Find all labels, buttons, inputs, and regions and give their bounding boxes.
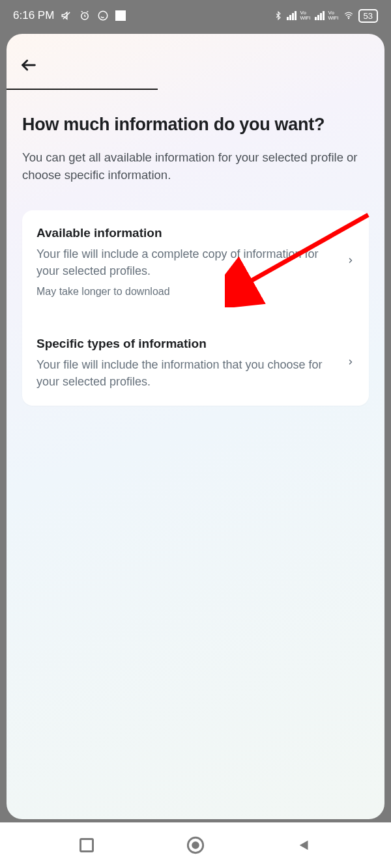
square-icon — [80, 838, 94, 852]
mute-icon — [61, 10, 72, 21]
nav-back-button[interactable] — [285, 826, 324, 865]
option-specific-types[interactable]: Specific types of information Your file … — [22, 321, 369, 406]
option-description: Your file will include the information t… — [36, 356, 338, 390]
svg-point-2 — [99, 11, 108, 20]
option-title: Specific types of information — [36, 337, 338, 351]
app-screen: How much information do you want? You ca… — [7, 34, 384, 819]
option-description: Your file will include a complete copy o… — [36, 245, 338, 279]
bluetooth-icon — [274, 10, 283, 21]
battery-indicator: 53 — [358, 9, 378, 23]
header — [7, 34, 384, 90]
notification-icon — [115, 10, 126, 21]
whatsapp-icon — [97, 10, 109, 21]
page-title: How much information do you want? — [22, 115, 369, 135]
signal-icon-1 — [287, 11, 297, 20]
chevron-right-icon — [347, 356, 355, 371]
nav-home-button[interactable] — [176, 826, 215, 865]
signal-icon-2 — [315, 11, 325, 20]
progress-indicator — [7, 89, 158, 90]
navigation-bar — [0, 822, 391, 868]
circle-icon — [186, 836, 205, 854]
triangle-left-icon — [297, 838, 311, 852]
status-time: 6:16 PM — [13, 9, 54, 22]
svg-point-3 — [348, 18, 349, 19]
page-subtitle: You can get all available information fo… — [22, 149, 369, 184]
status-bar: 6:16 PM VoWiFi VoWiFi 53 — [0, 0, 391, 31]
alarm-icon — [79, 10, 91, 21]
arrow-left-icon — [20, 56, 38, 74]
option-title: Available information — [36, 226, 338, 240]
svg-point-8 — [192, 841, 199, 849]
back-button[interactable] — [20, 52, 46, 78]
nav-recents-button[interactable] — [67, 826, 106, 865]
wifi-icon — [343, 11, 355, 20]
chevron-right-icon — [347, 254, 355, 270]
svg-marker-9 — [299, 841, 308, 850]
option-available-information[interactable]: Available information Your file will inc… — [22, 210, 369, 313]
option-note: May take longer to download — [36, 286, 338, 298]
vowifi-icon-1: VoWiFi — [300, 10, 311, 21]
options-card: Available information Your file will inc… — [22, 210, 369, 406]
vowifi-icon-2: VoWiFi — [328, 10, 339, 21]
